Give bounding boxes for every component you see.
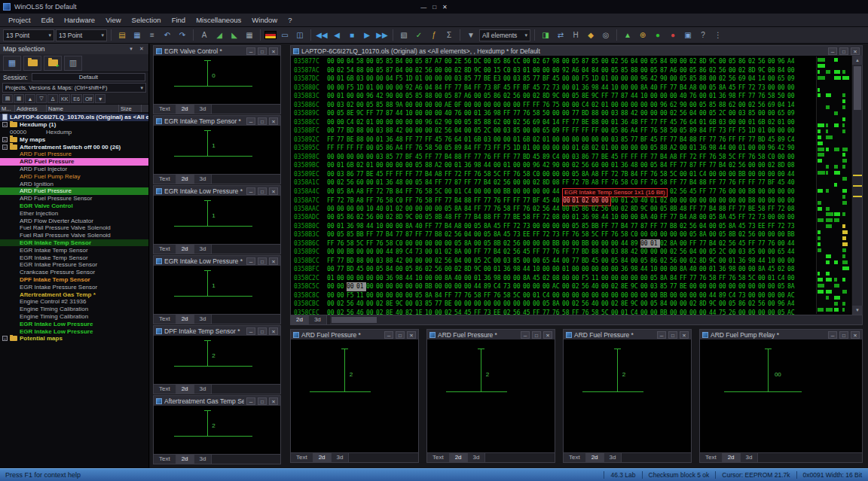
- tab-2d[interactable]: 2d: [723, 453, 741, 462]
- hex-byte[interactable]: 00: [640, 282, 650, 291]
- hex-byte[interactable]: 98: [631, 265, 640, 274]
- hex-byte[interactable]: 05: [611, 66, 621, 75]
- hex-byte[interactable]: 87: [689, 161, 699, 170]
- hex-byte[interactable]: 56: [748, 230, 758, 239]
- hex-byte[interactable]: 00: [680, 291, 689, 300]
- hex-byte[interactable]: 00: [699, 282, 709, 291]
- hex-byte[interactable]: 76: [494, 291, 503, 300]
- hex-byte[interactable]: 00: [680, 66, 689, 75]
- pin-icon[interactable]: ▾: [127, 46, 135, 52]
- hex-byte[interactable]: 02: [376, 309, 386, 315]
- hex-byte[interactable]: 88: [699, 178, 709, 187]
- hex-byte[interactable]: 00: [650, 92, 660, 101]
- hex-byte[interactable]: 00: [729, 248, 738, 257]
- hex-byte[interactable]: 00: [660, 230, 670, 239]
- hex-byte[interactable]: 8A: [425, 291, 435, 300]
- hex-byte[interactable]: 01: [464, 135, 474, 145]
- hex-byte[interactable]: 77: [435, 222, 445, 231]
- hex-byte[interactable]: 72: [611, 170, 621, 179]
- hex-byte[interactable]: C4: [787, 135, 797, 145]
- hex-byte[interactable]: 00: [425, 239, 435, 248]
- hex-byte[interactable]: 88: [425, 92, 435, 101]
- hex-byte[interactable]: F5: [503, 144, 513, 153]
- hex-byte[interactable]: 00: [562, 291, 572, 300]
- hex-byte[interactable]: 02: [611, 300, 621, 309]
- hex-byte[interactable]: 45: [738, 222, 748, 231]
- hex-byte[interactable]: 72: [748, 213, 758, 222]
- hex-byte[interactable]: BE: [347, 135, 356, 145]
- hex-byte[interactable]: AC: [787, 291, 797, 300]
- hex-byte[interactable]: FF: [562, 248, 572, 257]
- hex-byte[interactable]: A6: [670, 66, 680, 75]
- hex-byte[interactable]: 00: [523, 300, 533, 309]
- hex-byte[interactable]: 00: [562, 274, 572, 283]
- hex-byte[interactable]: FF: [738, 213, 748, 222]
- hex-byte[interactable]: 00: [748, 282, 758, 291]
- hex-byte[interactable]: 00: [445, 239, 454, 248]
- hex-byte[interactable]: C4: [552, 153, 562, 162]
- hex-byte[interactable]: 88: [591, 248, 601, 257]
- hex-byte[interactable]: 02: [454, 66, 464, 75]
- hex-byte[interactable]: B4: [709, 205, 719, 214]
- hex-byte[interactable]: 00: [327, 109, 337, 118]
- hex-byte[interactable]: 44: [552, 257, 562, 266]
- hex-byte[interactable]: 40: [591, 300, 601, 309]
- hex-byte[interactable]: 00: [582, 135, 591, 145]
- hex-byte[interactable]: 02: [689, 57, 699, 66]
- hex-row[interactable]: 0358B3C000585BBFF77B47787FF77B8025604000…: [294, 230, 815, 239]
- hex-byte[interactable]: 00: [425, 257, 435, 266]
- hex-byte[interactable]: C0: [396, 239, 405, 248]
- hex-byte[interactable]: 10: [650, 265, 660, 274]
- hex-byte[interactable]: 00: [347, 282, 356, 291]
- hex-byte[interactable]: BD: [347, 265, 356, 274]
- hex-byte[interactable]: 00: [415, 239, 425, 248]
- hex-byte[interactable]: 87: [386, 109, 396, 118]
- hex-row[interactable]: 0358A1C0002566000013648000584FF7787FF77B…: [294, 178, 815, 187]
- hex-byte[interactable]: C4: [729, 291, 738, 300]
- hex-byte[interactable]: C4: [631, 309, 640, 315]
- map-2d-view[interactable]: 2: [154, 406, 280, 454]
- hex-byte[interactable]: 05: [709, 248, 719, 257]
- hex-byte[interactable]: 00: [562, 161, 572, 170]
- hex-byte[interactable]: 36: [699, 144, 709, 153]
- text-view-icon[interactable]: A: [197, 29, 211, 41]
- hex-byte[interactable]: 00: [778, 291, 787, 300]
- hex-byte[interactable]: 8A: [670, 239, 680, 248]
- hex-byte[interactable]: 89: [631, 239, 640, 248]
- hex-byte[interactable]: 67: [542, 57, 552, 66]
- hex-byte[interactable]: 44: [709, 309, 719, 315]
- hex-byte[interactable]: 00: [758, 230, 768, 239]
- hex-byte[interactable]: 42: [396, 257, 405, 266]
- mini-map-2-title-bar[interactable]: EGR Intake Low Pressure *─□✕: [154, 186, 280, 196]
- hex-byte[interactable]: 42: [631, 109, 640, 118]
- hex-byte[interactable]: 44: [787, 248, 797, 257]
- hex-byte[interactable]: 02: [670, 187, 680, 196]
- hex-byte[interactable]: C0: [768, 153, 778, 162]
- hex-byte[interactable]: 00: [640, 66, 650, 75]
- hex-byte[interactable]: 02: [513, 118, 523, 127]
- hex-byte[interactable]: 00: [405, 178, 415, 187]
- hex-byte[interactable]: 00: [337, 118, 347, 127]
- hex-byte[interactable]: EE: [494, 309, 503, 315]
- hex-byte[interactable]: 00: [670, 300, 680, 309]
- hex-byte[interactable]: 87: [621, 92, 631, 101]
- hex-byte[interactable]: 04: [778, 101, 787, 110]
- hex-byte[interactable]: 01: [748, 118, 758, 127]
- hex-byte[interactable]: 03: [376, 257, 386, 266]
- hex-byte[interactable]: 00: [562, 101, 572, 110]
- hex-byte[interactable]: 56: [425, 66, 435, 75]
- hex-byte[interactable]: 05: [405, 92, 415, 101]
- hex-byte[interactable]: BF: [405, 153, 415, 162]
- hex-byte[interactable]: FF: [523, 101, 533, 110]
- hex-byte[interactable]: 56: [513, 92, 523, 101]
- hex-byte[interactable]: 56: [513, 248, 523, 257]
- hex-byte[interactable]: 00: [660, 265, 670, 274]
- hex-byte[interactable]: 00: [778, 187, 787, 196]
- hex-byte[interactable]: 01: [738, 144, 748, 153]
- hex-byte[interactable]: 02: [376, 300, 386, 309]
- hex-byte[interactable]: FF: [699, 153, 709, 162]
- hex-byte[interactable]: 46: [356, 309, 366, 315]
- hex-byte[interactable]: 00: [768, 230, 778, 239]
- hex-byte[interactable]: 00: [396, 282, 405, 291]
- hex-byte[interactable]: FF: [768, 222, 778, 231]
